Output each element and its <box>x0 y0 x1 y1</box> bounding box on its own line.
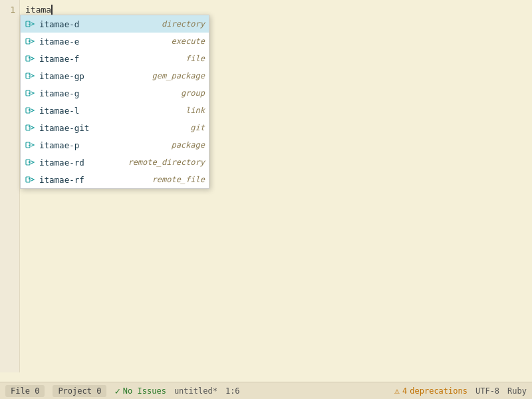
autocomplete-item-name: itamae-l <box>39 106 180 116</box>
snippet-icon <box>25 36 35 47</box>
autocomplete-item[interactable]: itamae-ggroup <box>21 84 209 102</box>
line-numbers: 1 <box>0 0 20 372</box>
cursor-position-label: 1:6 <box>225 386 240 396</box>
autocomplete-item[interactable]: itamae-llink <box>21 102 209 119</box>
autocomplete-item-type: remote_file <box>152 175 205 184</box>
autocomplete-item[interactable]: itamae-ffile <box>21 50 209 67</box>
warning-icon: ⚠ <box>394 386 400 396</box>
autocomplete-item-name: itamae-gp <box>39 71 147 81</box>
snippet-icon <box>25 70 35 81</box>
snippet-icon <box>25 53 35 64</box>
snippet-icon <box>25 122 35 133</box>
autocomplete-item-type: execute <box>171 37 205 46</box>
autocomplete-item-name: itamae-rd <box>39 158 122 168</box>
autocomplete-item-type: remote_directory <box>128 158 205 167</box>
no-issues-indicator: ✓ No Issues <box>114 386 166 396</box>
autocomplete-item[interactable]: itamae-ddirectory <box>21 15 209 33</box>
autocomplete-item[interactable]: itamae-ppackage <box>21 136 209 154</box>
autocomplete-item-name: itamae-e <box>39 37 166 47</box>
autocomplete-item[interactable]: itamae-eexecute <box>21 33 209 50</box>
autocomplete-item-name: itamae-d <box>39 19 156 29</box>
autocomplete-item-type: git <box>190 123 205 132</box>
editor-area: 1 itama itamae-ddirectory itamae-eexecut… <box>0 0 532 372</box>
deprecations-indicator[interactable]: ⚠ 4 deprecations <box>394 386 467 396</box>
encoding-label: UTF-8 <box>475 386 499 396</box>
autocomplete-item-type: file <box>186 54 205 63</box>
status-bar: File 0 Project 0 ✓ No Issues untitled* 1… <box>0 382 532 399</box>
language-label: Ruby <box>507 386 527 396</box>
autocomplete-item[interactable]: itamae-rfremote_file <box>21 171 209 188</box>
autocomplete-item-type: package <box>171 140 205 150</box>
snippet-icon <box>25 19 35 29</box>
autocomplete-item-name: itamae-git <box>39 123 185 133</box>
file-tab[interactable]: File 0 <box>5 385 45 397</box>
snippet-icon <box>25 174 35 185</box>
project-tab[interactable]: Project 0 <box>53 385 106 397</box>
autocomplete-item-name: itamae-rf <box>39 175 147 185</box>
snippet-icon <box>25 140 35 150</box>
snippet-icon <box>25 88 35 98</box>
snippet-icon <box>25 105 35 116</box>
autocomplete-item[interactable]: itamae-gpgem_package <box>21 67 209 84</box>
autocomplete-item-name: itamae-f <box>39 54 180 64</box>
autocomplete-item-name: itamae-g <box>39 88 176 98</box>
snippet-icon <box>25 157 35 168</box>
autocomplete-item[interactable]: itamae-gitgit <box>21 119 209 136</box>
filename-label: untitled* <box>174 386 217 396</box>
text-cursor <box>51 5 53 15</box>
line-number-1: 1 <box>10 3 15 17</box>
autocomplete-item-type: link <box>186 106 205 115</box>
autocomplete-item-name: itamae-p <box>39 140 166 150</box>
autocomplete-item-type: group <box>181 88 205 98</box>
autocomplete-item-type: gem_package <box>152 71 205 80</box>
autocomplete-dropdown: itamae-ddirectory itamae-eexecute itamae… <box>20 15 209 189</box>
autocomplete-item[interactable]: itamae-rdremote_directory <box>21 154 209 171</box>
checkmark-icon: ✓ <box>114 386 120 396</box>
autocomplete-item-type: directory <box>162 19 205 29</box>
